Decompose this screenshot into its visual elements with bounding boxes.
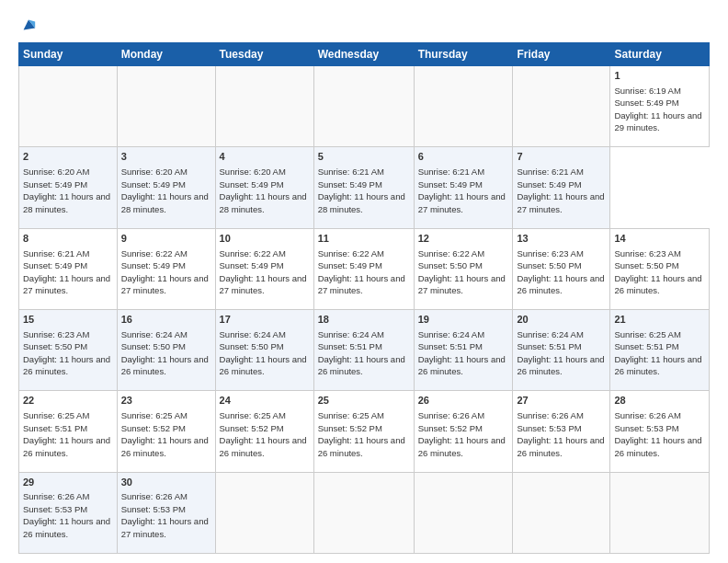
day-number: 4 [220,150,310,164]
calendar-day-cell: 4Sunrise: 6:20 AMSunset: 5:49 PMDaylight… [215,147,313,228]
day-number: 9 [121,232,211,246]
empty-cell [610,472,710,553]
calendar-table: SundayMondayTuesdayWednesdayThursdayFrid… [18,42,710,554]
calendar-day-cell: 6Sunrise: 6:21 AMSunset: 5:49 PMDaylight… [414,147,513,228]
day-info: Sunrise: 6:26 AMSunset: 5:52 PMDaylight:… [418,410,506,458]
calendar-day-cell: 21Sunrise: 6:25 AMSunset: 5:51 PMDayligh… [610,309,710,390]
day-info: Sunrise: 6:25 AMSunset: 5:51 PMDaylight:… [23,410,110,458]
calendar-day-cell: 17Sunrise: 6:24 AMSunset: 5:50 PMDayligh… [215,309,313,390]
day-info: Sunrise: 6:21 AMSunset: 5:49 PMDaylight:… [418,167,506,214]
day-number: 15 [23,313,113,327]
day-info: Sunrise: 6:22 AMSunset: 5:49 PMDaylight:… [220,248,307,296]
day-number: 24 [220,394,310,408]
day-of-week-header: Saturday [610,43,710,66]
empty-cell [313,66,414,147]
calendar-day-cell: 27Sunrise: 6:26 AMSunset: 5:53 PMDayligh… [513,391,610,472]
day-info: Sunrise: 6:20 AMSunset: 5:49 PMDaylight:… [23,167,110,214]
day-number: 30 [121,476,211,489]
calendar-day-cell: 2Sunrise: 6:20 AMSunset: 5:49 PMDaylight… [19,147,118,228]
calendar-day-cell: 8Sunrise: 6:21 AMSunset: 5:49 PMDaylight… [19,228,118,309]
day-number: 19 [418,313,509,327]
day-of-week-header: Friday [513,43,610,66]
day-of-week-header: Sunday [19,43,118,66]
day-number: 20 [517,313,606,327]
day-info: Sunrise: 6:22 AMSunset: 5:49 PMDaylight:… [121,248,209,296]
day-info: Sunrise: 6:22 AMSunset: 5:50 PMDaylight:… [418,248,506,296]
calendar-day-cell: 16Sunrise: 6:24 AMSunset: 5:50 PMDayligh… [117,309,215,390]
calendar-day-cell: 23Sunrise: 6:25 AMSunset: 5:52 PMDayligh… [117,391,215,472]
day-info: Sunrise: 6:25 AMSunset: 5:52 PMDaylight:… [121,410,209,458]
day-of-week-header: Wednesday [313,43,414,66]
calendar-day-cell: 29Sunrise: 6:26 AMSunset: 5:53 PMDayligh… [19,472,118,553]
day-number: 14 [614,232,705,246]
day-info: Sunrise: 6:23 AMSunset: 5:50 PMDaylight:… [614,248,701,296]
day-number: 22 [23,394,113,408]
calendar-day-cell: 24Sunrise: 6:25 AMSunset: 5:52 PMDayligh… [215,391,313,472]
day-number: 23 [121,394,211,408]
day-info: Sunrise: 6:21 AMSunset: 5:49 PMDaylight:… [318,167,405,214]
day-number: 16 [121,313,211,327]
day-info: Sunrise: 6:21 AMSunset: 5:49 PMDaylight:… [23,248,110,296]
day-info: Sunrise: 6:26 AMSunset: 5:53 PMDaylight:… [23,491,110,539]
calendar-day-cell: 28Sunrise: 6:26 AMSunset: 5:53 PMDayligh… [610,391,710,472]
day-number: 18 [318,313,410,327]
calendar-week-row: 1Sunrise: 6:19 AMSunset: 5:49 PMDaylight… [19,66,710,147]
day-info: Sunrise: 6:25 AMSunset: 5:52 PMDaylight:… [220,410,307,458]
day-info: Sunrise: 6:20 AMSunset: 5:49 PMDaylight:… [121,167,209,214]
calendar-day-cell: 19Sunrise: 6:24 AMSunset: 5:51 PMDayligh… [414,309,513,390]
calendar-day-cell: 10Sunrise: 6:22 AMSunset: 5:49 PMDayligh… [215,228,313,309]
logo [18,17,37,33]
calendar-day-cell: 22Sunrise: 6:25 AMSunset: 5:51 PMDayligh… [19,391,118,472]
empty-cell [215,66,313,147]
day-info: Sunrise: 6:25 AMSunset: 5:51 PMDaylight:… [614,329,701,377]
empty-cell [513,472,610,553]
calendar-week-row: 2Sunrise: 6:20 AMSunset: 5:49 PMDaylight… [19,147,710,228]
calendar-day-cell: 18Sunrise: 6:24 AMSunset: 5:51 PMDayligh… [313,309,414,390]
calendar-header-row: SundayMondayTuesdayWednesdayThursdayFrid… [19,43,710,66]
header [18,17,710,33]
calendar-day-cell: 11Sunrise: 6:22 AMSunset: 5:49 PMDayligh… [313,228,414,309]
day-info: Sunrise: 6:25 AMSunset: 5:52 PMDaylight:… [318,410,405,458]
day-info: Sunrise: 6:23 AMSunset: 5:50 PMDaylight:… [517,248,604,296]
calendar-week-row: 15Sunrise: 6:23 AMSunset: 5:50 PMDayligh… [19,309,710,390]
day-info: Sunrise: 6:24 AMSunset: 5:51 PMDaylight:… [418,329,506,377]
day-number: 10 [220,232,310,246]
day-number: 25 [318,394,410,408]
calendar-day-cell: 25Sunrise: 6:25 AMSunset: 5:52 PMDayligh… [313,391,414,472]
empty-cell [414,472,513,553]
day-of-week-header: Tuesday [215,43,313,66]
empty-cell [19,66,118,147]
day-number: 26 [418,394,509,408]
empty-cell [313,472,414,553]
day-number: 6 [418,150,509,164]
day-number: 1 [614,69,705,83]
empty-cell [117,66,215,147]
day-of-week-header: Monday [117,43,215,66]
calendar-week-row: 29Sunrise: 6:26 AMSunset: 5:53 PMDayligh… [19,472,710,553]
day-info: Sunrise: 6:26 AMSunset: 5:53 PMDaylight:… [517,410,604,458]
day-info: Sunrise: 6:20 AMSunset: 5:49 PMDaylight:… [220,167,307,214]
day-number: 29 [23,476,113,489]
day-info: Sunrise: 6:24 AMSunset: 5:50 PMDaylight:… [220,329,307,377]
logo-icon [20,17,37,33]
day-number: 17 [220,313,310,327]
calendar-day-cell: 26Sunrise: 6:26 AMSunset: 5:52 PMDayligh… [414,391,513,472]
calendar-day-cell: 15Sunrise: 6:23 AMSunset: 5:50 PMDayligh… [19,309,118,390]
day-number: 13 [517,232,606,246]
day-info: Sunrise: 6:19 AMSunset: 5:49 PMDaylight:… [614,86,701,133]
day-number: 3 [121,150,211,164]
calendar-day-cell: 12Sunrise: 6:22 AMSunset: 5:50 PMDayligh… [414,228,513,309]
calendar-day-cell: 5Sunrise: 6:21 AMSunset: 5:49 PMDaylight… [313,147,414,228]
day-number: 8 [23,232,113,246]
empty-cell [513,66,610,147]
calendar-day-cell: 30Sunrise: 6:26 AMSunset: 5:53 PMDayligh… [117,472,215,553]
day-info: Sunrise: 6:24 AMSunset: 5:50 PMDaylight:… [121,329,209,377]
empty-cell [414,66,513,147]
calendar-day-cell: 3Sunrise: 6:20 AMSunset: 5:49 PMDaylight… [117,147,215,228]
day-number: 7 [517,150,606,164]
day-info: Sunrise: 6:23 AMSunset: 5:50 PMDaylight:… [23,329,110,377]
calendar-week-row: 8Sunrise: 6:21 AMSunset: 5:49 PMDaylight… [19,228,710,309]
day-of-week-header: Thursday [414,43,513,66]
calendar-day-cell: 1Sunrise: 6:19 AMSunset: 5:49 PMDaylight… [610,66,710,147]
day-number: 28 [614,394,705,408]
